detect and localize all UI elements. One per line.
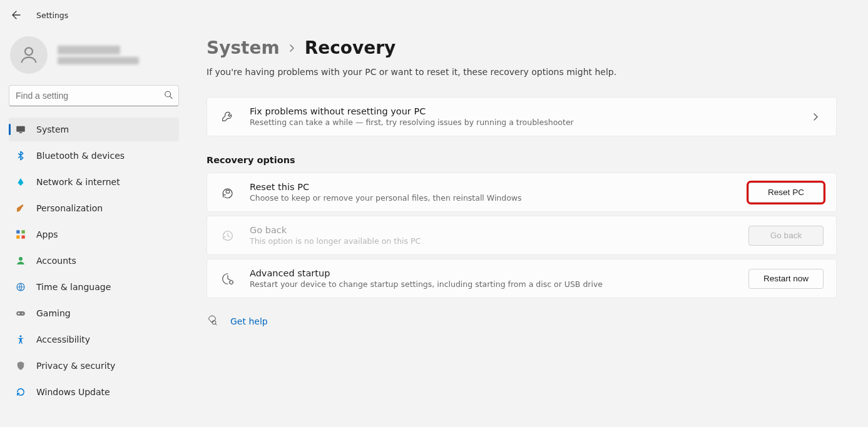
- account-icon: [15, 255, 26, 266]
- arrow-left-icon: [11, 10, 21, 20]
- svg-point-12: [22, 313, 23, 314]
- reset-icon: [220, 184, 236, 201]
- sidebar-item-label: Accounts: [36, 256, 76, 266]
- svg-rect-8: [22, 236, 25, 239]
- card-advanced-startup: Advanced startup Restart your device to …: [207, 259, 837, 298]
- history-icon: [220, 228, 236, 244]
- apps-icon: [15, 229, 26, 240]
- reset-pc-button[interactable]: Reset PC: [748, 183, 824, 203]
- display-icon: [15, 124, 26, 135]
- svg-rect-4: [19, 133, 23, 134]
- svg-point-9: [19, 257, 23, 261]
- window-title: Settings: [36, 11, 68, 20]
- advanced-startup-icon: [220, 271, 236, 287]
- back-button[interactable]: [10, 9, 23, 21]
- help-icon: [207, 314, 218, 328]
- breadcrumb-parent[interactable]: System: [207, 38, 280, 58]
- person-icon: [18, 44, 39, 66]
- sidebar-item-privacy[interactable]: Privacy & security: [9, 354, 179, 378]
- sidebar-item-label: System: [36, 124, 69, 134]
- search-field[interactable]: [9, 85, 179, 106]
- sidebar-item-apps[interactable]: Apps: [9, 223, 179, 246]
- sidebar-item-accessibility[interactable]: Accessibility: [9, 328, 179, 351]
- bluetooth-icon: [15, 150, 26, 161]
- sidebar-item-label: Network & internet: [36, 177, 120, 187]
- card-title: Fix problems without resetting your PC: [250, 106, 795, 116]
- help-row: Get help: [207, 314, 837, 328]
- svg-point-0: [25, 48, 33, 55]
- brush-icon: [15, 203, 26, 214]
- breadcrumb: System Recovery: [207, 38, 837, 58]
- svg-point-15: [230, 280, 233, 284]
- search-icon: [164, 91, 173, 101]
- card-title: Go back: [250, 225, 735, 235]
- svg-rect-11: [16, 311, 25, 316]
- sidebar-item-system[interactable]: System: [9, 118, 179, 141]
- svg-rect-6: [22, 230, 25, 233]
- wifi-icon: [15, 176, 26, 188]
- svg-line-17: [215, 324, 217, 325]
- chevron-right-icon: [288, 41, 296, 54]
- sidebar-item-label: Privacy & security: [36, 361, 115, 371]
- restart-now-button[interactable]: Restart now: [748, 269, 824, 289]
- titlebar: Settings: [0, 0, 868, 30]
- avatar: [10, 36, 48, 74]
- globe-icon: [15, 281, 26, 293]
- sidebar-item-label: Windows Update: [36, 387, 110, 397]
- card-reset-pc: Reset this PC Choose to keep or remove y…: [207, 173, 837, 212]
- svg-line-2: [170, 96, 173, 99]
- svg-rect-14: [226, 190, 230, 193]
- sidebar-item-time[interactable]: Time & language: [9, 275, 179, 299]
- sidebar-item-label: Apps: [36, 229, 58, 239]
- update-icon: [15, 386, 26, 398]
- sidebar-item-accounts[interactable]: Accounts: [9, 249, 179, 273]
- user-name-blurred: [58, 46, 139, 64]
- card-fix-problems[interactable]: Fix problems without resetting your PC R…: [207, 97, 837, 136]
- sidebar-item-label: Bluetooth & devices: [36, 151, 125, 161]
- card-title: Advanced startup: [250, 268, 735, 278]
- section-header-recovery: Recovery options: [207, 155, 837, 165]
- get-help-link[interactable]: Get help: [230, 316, 268, 326]
- svg-point-13: [20, 335, 22, 337]
- sidebar-item-update[interactable]: Windows Update: [9, 380, 179, 404]
- card-desc: Resetting can take a while — first, try …: [250, 118, 795, 127]
- card-title: Reset this PC: [250, 182, 735, 192]
- sidebar-item-label: Accessibility: [36, 334, 90, 344]
- sidebar-item-label: Gaming: [36, 308, 71, 318]
- sidebar-item-gaming[interactable]: Gaming: [9, 301, 179, 325]
- svg-point-1: [165, 91, 171, 97]
- wrench-icon: [220, 109, 236, 125]
- sidebar-item-personalization[interactable]: Personalization: [9, 196, 179, 220]
- breadcrumb-current: Recovery: [305, 38, 396, 58]
- access-icon: [15, 334, 26, 345]
- go-back-button: Go back: [748, 226, 824, 246]
- card-go-back: Go back This option is no longer availab…: [207, 216, 837, 255]
- nav-list: SystemBluetooth & devicesNetwork & inter…: [9, 118, 179, 404]
- chevron-right-icon: [809, 109, 824, 124]
- card-desc: This option is no longer available on th…: [250, 236, 735, 246]
- gaming-icon: [15, 308, 26, 319]
- sidebar: SystemBluetooth & devicesNetwork & inter…: [0, 30, 188, 427]
- user-block[interactable]: [9, 34, 179, 85]
- search-input[interactable]: [9, 85, 179, 106]
- main-content: System Recovery If you're having problem…: [188, 30, 868, 427]
- card-desc: Restart your device to change startup se…: [250, 279, 735, 289]
- svg-rect-7: [16, 236, 19, 239]
- sidebar-item-label: Personalization: [36, 203, 103, 213]
- sidebar-item-label: Time & language: [36, 282, 111, 292]
- svg-point-16: [212, 321, 216, 324]
- shield-icon: [15, 360, 26, 371]
- svg-rect-5: [16, 230, 19, 233]
- svg-rect-3: [16, 126, 25, 132]
- page-subtitle: If you're having problems with your PC o…: [207, 67, 837, 77]
- sidebar-item-bluetooth[interactable]: Bluetooth & devices: [9, 144, 179, 168]
- sidebar-item-network[interactable]: Network & internet: [9, 170, 179, 194]
- card-desc: Choose to keep or remove your personal f…: [250, 193, 735, 203]
